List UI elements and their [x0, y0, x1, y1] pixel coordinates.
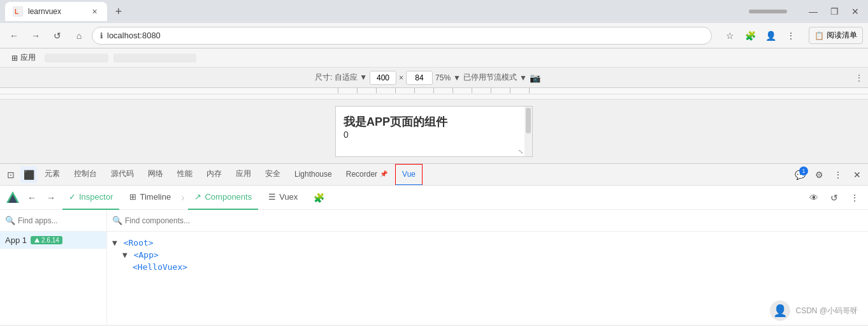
- address-text: localhost:8080: [107, 31, 161, 40]
- tab-security[interactable]: 安全: [259, 164, 287, 186]
- vuex-label: Vuex: [279, 192, 298, 202]
- app-list-item[interactable]: App 1 2.6.14: [0, 232, 106, 249]
- inspector-label: Inspector: [79, 192, 113, 202]
- settings-button[interactable]: ⚙: [811, 167, 827, 183]
- tab-lighthouse[interactable]: Lighthouse: [288, 164, 338, 186]
- close-devtools-button[interactable]: ✕: [849, 167, 865, 183]
- more-button[interactable]: ⋮: [830, 167, 846, 183]
- app-search: 🔍: [0, 210, 106, 232]
- new-tab-button[interactable]: +: [110, 3, 127, 20]
- inspector-check-icon: ✓: [69, 192, 76, 202]
- security-label: 安全: [265, 168, 280, 179]
- camera-icon[interactable]: 📷: [530, 73, 540, 83]
- zoom-label: 75%: [435, 73, 451, 82]
- height-input[interactable]: [406, 71, 433, 85]
- console-label: 控制台: [74, 168, 97, 179]
- reload-button[interactable]: ↺: [48, 27, 66, 45]
- vue-tab-vuex[interactable]: ☰ Vuex: [262, 186, 304, 210]
- tab-close-icon[interactable]: ✕: [89, 6, 99, 17]
- tree-item-hellovuex[interactable]: <HelloVuex>: [112, 261, 863, 273]
- responsive-size-label: 尺寸: 自适应 ▼: [315, 72, 367, 83]
- tab-application[interactable]: 应用: [229, 164, 257, 186]
- tree-item-root[interactable]: ▼ <Root>: [112, 237, 863, 249]
- preview-scrollbar[interactable]: [524, 107, 532, 156]
- back-button[interactable]: ←: [5, 27, 23, 45]
- app-search-input[interactable]: [18, 216, 101, 225]
- tab-vue[interactable]: Vue: [395, 164, 423, 186]
- devtools-cursor-icon[interactable]: ⊡: [3, 167, 19, 183]
- address-bar[interactable]: ℹ localhost:8080: [92, 27, 712, 45]
- profile-icon[interactable]: 👤: [762, 27, 779, 45]
- nav-bar: ← → ↺ ⌂ ℹ localhost:8080 ☆ 🧩 👤 ⋮ 📋 阅读清单: [0, 23, 868, 48]
- maximize-button[interactable]: ❐: [827, 5, 843, 18]
- component-search-icon: 🔍: [112, 216, 122, 225]
- tab-recorder[interactable]: Recorder 📌: [340, 164, 394, 186]
- preview-content-title: 我是APP页面的组件: [344, 114, 524, 130]
- watermark-area: 👤 CSDN @小码哥呀: [770, 300, 858, 321]
- browser-tab[interactable]: L learnvuex ✕: [5, 2, 107, 21]
- watermark-person-icon: 👤: [770, 300, 790, 321]
- vue-left-panel: 🔍 App 1 2.6.14: [0, 210, 107, 325]
- elements-label: 元素: [45, 168, 60, 179]
- minimize-button[interactable]: —: [805, 5, 821, 18]
- tab-network[interactable]: 网络: [141, 164, 170, 186]
- bookmarks-bar: ⊞ 应用: [0, 48, 868, 68]
- tab-console[interactable]: 控制台: [68, 164, 103, 186]
- chat-button[interactable]: 💬 1: [792, 167, 808, 183]
- app-name: App 1: [5, 235, 27, 245]
- performance-label: 性能: [177, 168, 192, 179]
- tree-item-app[interactable]: ▼ <App>: [112, 249, 863, 261]
- network-label: 网络: [148, 168, 163, 179]
- reading-list-button[interactable]: 📋 阅读清单: [809, 27, 863, 44]
- components-icon: ↗: [194, 192, 201, 202]
- tab-bar: L learnvuex ✕ +: [5, 2, 744, 21]
- devtools-inspect-icon[interactable]: ⬛: [20, 167, 37, 183]
- svg-marker-4: [34, 238, 40, 242]
- dropdown-icon: ▼: [359, 73, 367, 82]
- extension-icon[interactable]: 🧩: [741, 27, 759, 45]
- recorder-label: Recorder: [346, 170, 377, 179]
- reload-vue-button[interactable]: ↺: [826, 189, 843, 206]
- browser-window: L learnvuex ✕ + — ❐ ✕ ← → ↺ ⌂ ℹ localhos…: [0, 0, 868, 326]
- width-input[interactable]: [370, 71, 396, 85]
- more-options-icon[interactable]: ⋮: [855, 73, 863, 82]
- tab-sources[interactable]: 源代码: [105, 164, 140, 186]
- tab-memory[interactable]: 内存: [200, 164, 228, 186]
- recorder-pin-icon: 📌: [380, 170, 387, 177]
- size-separator: ×: [399, 73, 403, 82]
- timeline-grid-icon: ⊞: [129, 192, 136, 202]
- apps-bookmark[interactable]: ⊞ 应用: [8, 51, 40, 64]
- search-icon: 🔍: [5, 216, 15, 225]
- watermark-text: CSDN @小码哥呀: [795, 306, 858, 316]
- devtools-responsive-bar: 尺寸: 自适应 ▼ × 75% ▼ 已停用节流模式 ▼ 📷 ⋮: [0, 68, 868, 88]
- bookmark-icon[interactable]: ☆: [721, 27, 739, 45]
- component-search-input[interactable]: [125, 216, 863, 225]
- vue-right-panel: 🔍 ▼ <Root> ▼ <App> <HelloVuex>: [107, 210, 868, 325]
- eye-icon-button[interactable]: 👁: [806, 189, 822, 206]
- vuex-list-icon: ☰: [268, 192, 276, 202]
- menu-icon[interactable]: ⋮: [782, 27, 800, 45]
- vue-tab-inspector[interactable]: ✓ Inspector: [62, 186, 119, 210]
- vue-tab-components[interactable]: ↗ Components: [188, 186, 258, 210]
- vue-more-button[interactable]: ⋮: [846, 189, 863, 206]
- close-button[interactable]: ✕: [848, 5, 863, 18]
- preview-window: 我是APP页面的组件 0 ⤡: [335, 106, 533, 157]
- extensions-icon[interactable]: 🧩: [310, 189, 327, 206]
- vue-devtools-bar: ← → ✓ Inspector ⊞ Timeline › ↗ Component…: [0, 186, 868, 210]
- tab-elements[interactable]: 元素: [38, 164, 66, 186]
- scrollbar-handle: [526, 108, 531, 133]
- vue-back-button[interactable]: ←: [24, 190, 40, 205]
- vue-forward-button[interactable]: →: [43, 190, 59, 205]
- tab-favicon: L: [13, 6, 23, 17]
- resize-handle[interactable]: ⤡: [518, 148, 523, 155]
- tab-performance[interactable]: 性能: [171, 164, 199, 186]
- vue-logo: [5, 190, 20, 205]
- vue-tab-timeline[interactable]: ⊞ Timeline: [123, 186, 177, 210]
- reading-list-label: 阅读清单: [827, 30, 857, 41]
- chat-badge: 1: [799, 167, 808, 175]
- home-button[interactable]: ⌂: [70, 27, 88, 45]
- devtools-tab-right: 💬 1 ⚙ ⋮ ✕: [792, 167, 865, 183]
- reading-list-icon: 📋: [814, 31, 824, 40]
- forward-button[interactable]: →: [27, 27, 45, 45]
- lighthouse-label: Lighthouse: [294, 170, 332, 179]
